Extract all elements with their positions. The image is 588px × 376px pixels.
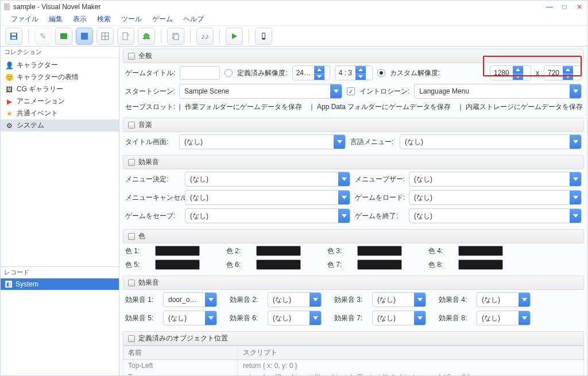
save-button[interactable]	[5, 28, 22, 45]
select[interactable]: (なし)	[163, 311, 217, 325]
select[interactable]: (なし)	[477, 311, 531, 325]
select-music-title[interactable]: (なし)	[179, 134, 346, 149]
select-start-scene[interactable]: Sample Scene	[179, 84, 342, 99]
menu-help[interactable]: ヘルプ	[179, 13, 208, 25]
lbl-save-slot: セーブスロット:	[125, 102, 175, 112]
maximize-button[interactable]: □	[560, 3, 569, 11]
color-swatch[interactable]	[357, 246, 402, 256]
radio-custom-res[interactable]	[377, 69, 385, 77]
radio-save-1[interactable]	[179, 103, 180, 111]
input-game-title[interactable]	[180, 66, 220, 80]
select[interactable]: (なし)	[409, 172, 582, 187]
lbl-predef-res: 定義済み解像度:	[237, 68, 287, 78]
collection-tree: 👤キャラクター 🙂キャラクターの表情 🖼CG ギャラリー ▶アニメーション ★共…	[1, 58, 119, 266]
menu-file[interactable]: ファイル	[6, 13, 43, 25]
menu-game[interactable]: ゲーム	[148, 13, 177, 25]
color-swatch[interactable]	[256, 246, 301, 256]
select[interactable]: (なし)	[477, 292, 531, 307]
svg-rect-10	[262, 33, 265, 38]
tree-expression[interactable]: 🙂キャラクターの表情	[1, 71, 119, 83]
app-icon	[4, 3, 10, 10]
select[interactable]: (なし)	[185, 208, 350, 223]
person-icon: 👤	[5, 61, 13, 69]
color-swatch[interactable]	[458, 246, 503, 256]
lbl-start-scene: スタートシーン:	[125, 87, 175, 96]
record-system[interactable]: ◧System	[1, 278, 119, 290]
color-swatch[interactable]	[155, 246, 200, 256]
cube-icon: ◧	[5, 281, 12, 288]
window-title: sample - Visual Novel Maker	[13, 3, 101, 11]
color-swatch[interactable]	[357, 259, 402, 270]
svg-rect-4	[81, 33, 88, 40]
select[interactable]: (なし)	[372, 292, 426, 307]
lbl-intro: イントロシーン:	[359, 87, 409, 96]
select[interactable]: (なし)	[409, 208, 582, 223]
tool-edit[interactable]: ✎	[34, 28, 52, 45]
select[interactable]: (なし)	[268, 311, 322, 325]
section-se1[interactable]: 効果音	[123, 155, 584, 169]
obj-row[interactable]: Top-Leftreturn { x: 0, y: 0 }	[123, 360, 584, 371]
content-panel: 全般 ゲームタイトル: 定義済み解像度: 24… 4 : 3 カスタム解像度: …	[119, 46, 587, 375]
check-intro[interactable]	[347, 87, 355, 95]
select[interactable]: (なし)	[409, 190, 582, 205]
radio-predef-res[interactable]	[225, 69, 233, 77]
select-music-lang[interactable]: (なし)	[400, 134, 582, 149]
tool-scene[interactable]	[76, 28, 93, 45]
tool-star[interactable]	[138, 28, 155, 45]
menu-edit[interactable]: 編集	[44, 13, 67, 25]
svg-rect-6	[123, 33, 127, 40]
color-swatch[interactable]	[458, 259, 503, 270]
radio-save-2[interactable]	[311, 103, 312, 111]
menu-view[interactable]: 表示	[68, 13, 91, 25]
select[interactable]: (なし)	[185, 172, 350, 187]
svg-rect-8	[174, 34, 179, 40]
menu-search[interactable]: 検索	[92, 13, 115, 25]
section-music[interactable]: 音楽	[123, 118, 584, 132]
select[interactable]: (なし)	[185, 190, 350, 205]
menu-tool[interactable]: ツール	[117, 13, 146, 25]
tool-script[interactable]	[117, 28, 134, 45]
tool-copy[interactable]	[167, 28, 184, 45]
select[interactable]: (なし)	[268, 292, 322, 307]
select[interactable]: door_o…	[163, 292, 217, 307]
section-objpos[interactable]: 定義済みのオブジェクト位置	[123, 331, 584, 346]
radio-save-3[interactable]	[460, 103, 461, 111]
tree-animation[interactable]: ▶アニメーション	[1, 95, 119, 107]
spin-res-h[interactable]: 720	[544, 65, 582, 80]
tree-system[interactable]: ⚙システム	[1, 119, 119, 131]
lbl-music-title: タイトル画面:	[125, 137, 175, 147]
tool-grid[interactable]	[96, 28, 114, 45]
gallery-icon: 🖼	[5, 86, 13, 94]
select-intro[interactable]: Language Menu	[414, 84, 582, 99]
toolbar: ✎ ♪♪	[1, 26, 587, 46]
spin-res-ratio[interactable]: 4 : 3	[335, 65, 373, 80]
tool-play[interactable]	[226, 28, 243, 45]
section-se2[interactable]: 効果音	[123, 276, 584, 290]
play-icon: ▶	[5, 98, 13, 106]
face-icon: 🙂	[5, 73, 13, 82]
color-swatch[interactable]	[256, 259, 301, 270]
menubar: ファイル 編集 表示 検索 ツール ゲーム ヘルプ	[1, 13, 587, 26]
spin-res-w[interactable]: 1280	[490, 65, 531, 80]
tool-device[interactable]	[255, 28, 272, 45]
titlebar: sample - Visual Novel Maker — □ ✕	[1, 1, 587, 13]
tree-common[interactable]: ★共通イベント	[1, 107, 119, 119]
svg-rect-2	[11, 37, 16, 39]
tree-cg[interactable]: 🖼CG ギャラリー	[1, 83, 119, 95]
obj-header: 名前 スクリプト	[123, 346, 584, 360]
select[interactable]: (なし)	[372, 311, 426, 325]
color-swatch[interactable]	[155, 259, 200, 270]
obj-row[interactable]: Topreturn { x: (Graphics.width - object.…	[123, 371, 584, 375]
section-colors[interactable]: 色	[123, 229, 584, 243]
tool-music[interactable]: ♪♪	[196, 28, 214, 45]
spin-res-size[interactable]: 24…	[292, 65, 330, 80]
star-icon: ★	[5, 110, 13, 118]
lbl-custom-res: カスタム解像度:	[390, 68, 440, 78]
close-button[interactable]: ✕	[575, 3, 584, 11]
section-general[interactable]: 全般	[123, 49, 584, 63]
tree-character[interactable]: 👤キャラクター	[1, 59, 119, 71]
tool-image[interactable]	[55, 28, 72, 45]
minimize-button[interactable]: —	[545, 3, 554, 11]
records-panel: レコード ◧System	[1, 266, 119, 375]
svg-rect-3	[60, 33, 67, 39]
